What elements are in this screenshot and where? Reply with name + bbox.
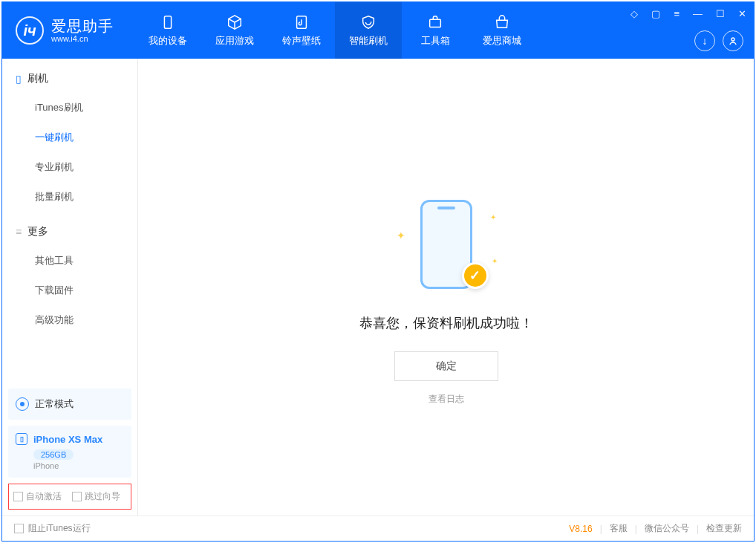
- cube-icon: [226, 13, 244, 31]
- sidebar-section-more: ≡ 更多 其他工具 下载固件 高级功能: [2, 212, 137, 335]
- maximize-button[interactable]: ☐: [713, 7, 728, 21]
- sidebar-bottom: 正常模式 ▯ iPhone XS Max 256GB iPhone 自动激活 跳…: [2, 383, 137, 516]
- mode-label: 正常模式: [35, 397, 74, 411]
- download-manager-button[interactable]: ↓: [694, 30, 715, 51]
- device-type: iPhone: [33, 461, 124, 470]
- tab-label: 铃声壁纸: [282, 34, 321, 48]
- window-controls: ◇ ▢ ≡ — ☐ ✕: [628, 7, 749, 21]
- device-name: iPhone XS Max: [33, 434, 102, 445]
- checkbox-icon: [72, 492, 82, 501]
- divider: |: [635, 524, 637, 534]
- header: iч 爱思助手 www.i4.cn 我的设备 应用游戏 铃声壁纸 智能刷机: [2, 2, 754, 59]
- tab-label: 智能刷机: [349, 34, 388, 48]
- divider: |: [600, 524, 602, 534]
- checkbox-label: 自动激活: [26, 490, 62, 503]
- sidebar: ▯ 刷机 iTunes刷机 一键刷机 专业刷机 批量刷机 ≡ 更多 其他工具 下…: [2, 59, 138, 516]
- refresh-shield-icon: [359, 13, 377, 31]
- check-update-link[interactable]: 检查更新: [706, 522, 742, 535]
- minimize-button[interactable]: —: [690, 7, 706, 21]
- checkbox-block-itunes[interactable]: 阻止iTunes运行: [14, 522, 91, 535]
- svg-point-3: [731, 38, 734, 41]
- logo-area: iч 爱思助手 www.i4.cn: [2, 2, 127, 59]
- tab-ringtones-wallpaper[interactable]: 铃声壁纸: [268, 2, 335, 59]
- flags-row: 自动激活 跳过向导: [8, 484, 131, 510]
- tab-store[interactable]: 爱思商城: [469, 2, 535, 59]
- check-badge-icon: ✓: [462, 262, 489, 289]
- sidebar-section-label: 更多: [27, 225, 48, 238]
- device-icon: [159, 13, 177, 31]
- music-note-icon: [293, 13, 310, 31]
- sidebar-header-more: ≡ 更多: [2, 225, 137, 246]
- checkbox-icon: [14, 524, 24, 533]
- sidebar-item-itunes-flash[interactable]: iTunes刷机: [2, 93, 137, 123]
- checkbox-label: 阻止iTunes运行: [28, 522, 91, 535]
- svg-rect-0: [164, 16, 171, 29]
- main-tabs: 我的设备 应用游戏 铃声壁纸 智能刷机 工具箱 爱思商城: [134, 2, 535, 59]
- list-icon: ≡: [16, 226, 22, 238]
- tab-my-device[interactable]: 我的设备: [134, 2, 201, 59]
- checkbox-icon: [13, 492, 23, 501]
- support-link[interactable]: 客服: [610, 522, 628, 535]
- tab-apps-games[interactable]: 应用游戏: [201, 2, 268, 59]
- tab-label: 爱思商城: [483, 34, 521, 48]
- sidebar-item-advanced[interactable]: 高级功能: [2, 305, 137, 335]
- logo-icon: iч: [16, 16, 44, 45]
- device-box[interactable]: ▯ iPhone XS Max 256GB iPhone: [8, 426, 131, 478]
- tab-toolbox[interactable]: 工具箱: [402, 2, 469, 59]
- body: ▯ 刷机 iTunes刷机 一键刷机 专业刷机 批量刷机 ≡ 更多 其他工具 下…: [2, 59, 754, 516]
- sidebar-item-download-firmware[interactable]: 下载固件: [2, 276, 137, 305]
- sidebar-section-label: 刷机: [27, 72, 48, 85]
- sidebar-item-batch-flash[interactable]: 批量刷机: [2, 182, 137, 212]
- sparkle-icon: ✦: [492, 257, 498, 265]
- theme-icon[interactable]: ◇: [628, 7, 641, 21]
- device-icon: ▯: [16, 433, 27, 445]
- device-capacity: 256GB: [33, 449, 74, 460]
- footer-left: 阻止iTunes运行: [14, 522, 91, 535]
- sidebar-header-flash: ▯ 刷机: [2, 72, 137, 93]
- tab-smart-flash[interactable]: 智能刷机: [335, 2, 402, 59]
- sparkle-icon: ✦: [397, 230, 405, 241]
- tab-label: 我的设备: [149, 34, 187, 48]
- app-subtitle: www.i4.cn: [51, 34, 114, 43]
- mode-indicator-icon: [16, 397, 29, 411]
- toolbox-icon: [426, 13, 444, 31]
- success-message: 恭喜您，保资料刷机成功啦！: [359, 314, 533, 332]
- checkbox-label: 跳过向导: [85, 490, 120, 503]
- header-round-buttons: ↓: [694, 30, 743, 51]
- footer-right: V8.16 | 客服 | 微信公众号 | 检查更新: [569, 522, 742, 535]
- svg-rect-2: [430, 19, 441, 27]
- mode-box[interactable]: 正常模式: [8, 388, 131, 420]
- sidebar-section-flash: ▯ 刷机 iTunes刷机 一键刷机 专业刷机 批量刷机: [2, 59, 137, 212]
- tab-label: 应用游戏: [215, 34, 254, 48]
- main-content: ✓ ✦ ✦ ✦ 恭喜您，保资料刷机成功啦！ 确定 查看日志: [138, 59, 754, 516]
- checkbox-auto-activate[interactable]: 自动激活: [13, 490, 62, 503]
- version-label: V8.16: [569, 524, 592, 534]
- menu-icon[interactable]: ≡: [671, 7, 682, 21]
- sidebar-item-other-tools[interactable]: 其他工具: [2, 246, 137, 276]
- sidebar-item-pro-flash[interactable]: 专业刷机: [2, 152, 137, 182]
- app-window: iч 爱思助手 www.i4.cn 我的设备 应用游戏 铃声壁纸 智能刷机: [1, 1, 755, 542]
- divider: |: [697, 524, 699, 534]
- footer: 阻止iTunes运行 V8.16 | 客服 | 微信公众号 | 检查更新: [2, 516, 754, 541]
- feedback-icon[interactable]: ▢: [648, 7, 663, 21]
- sidebar-item-oneclick-flash[interactable]: 一键刷机: [2, 123, 137, 152]
- logo-text: 爱思助手 www.i4.cn: [51, 18, 114, 43]
- close-button[interactable]: ✕: [735, 7, 749, 21]
- store-icon: [493, 13, 511, 31]
- checkbox-skip-guide[interactable]: 跳过向导: [72, 490, 120, 503]
- ok-button[interactable]: 确定: [394, 351, 498, 381]
- phone-icon: ▯: [16, 73, 22, 85]
- account-button[interactable]: [723, 30, 743, 51]
- success-illustration: ✓ ✦ ✦ ✦: [391, 200, 502, 296]
- tab-label: 工具箱: [421, 34, 450, 48]
- app-title: 爱思助手: [51, 18, 114, 34]
- wechat-link[interactable]: 微信公众号: [645, 522, 689, 535]
- view-log-link[interactable]: 查看日志: [428, 393, 464, 406]
- sparkle-icon: ✦: [490, 213, 496, 221]
